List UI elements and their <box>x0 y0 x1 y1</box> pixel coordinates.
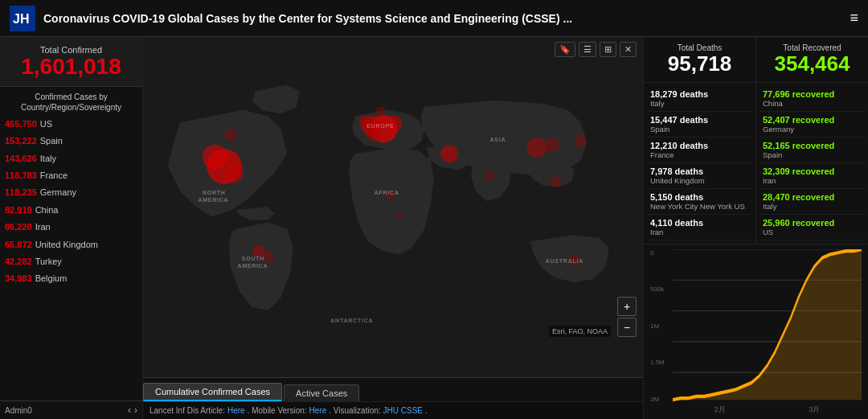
chart-y-label: 2M <box>650 396 665 403</box>
svg-text:ANTARCTICA: ANTARCTICA <box>330 318 373 323</box>
death-count: 15,447 deaths <box>650 115 749 125</box>
svg-point-5 <box>203 145 227 170</box>
country-list-item[interactable]: 34,983Belgium <box>0 270 142 287</box>
svg-point-6 <box>223 162 244 183</box>
map-toolbar: 🔖 ☰ ⊞ ✕ <box>555 42 637 57</box>
svg-point-18 <box>395 212 403 220</box>
chart-x-label: 2月 <box>714 405 726 415</box>
recovered-number: 354,464 <box>764 52 860 76</box>
footer-text1: Lancet Inf Dis Article: <box>149 406 225 415</box>
death-location: United Kingdom <box>650 176 749 185</box>
death-stat-item: 7,978 deathsUnited Kingdom <box>647 163 752 189</box>
recovered-stat-item: 25,960 recoveredUS <box>760 215 865 240</box>
app-header: JH Coronavirus COVID-19 Global Cases by … <box>0 0 868 37</box>
nav-right-icon[interactable]: › <box>134 405 137 416</box>
recovered-count: 77,696 recovered <box>763 89 862 99</box>
country-list-item[interactable]: 42,282Turkey <box>0 253 142 270</box>
mobile-link[interactable]: Here <box>309 406 327 415</box>
footer-links: Lancet Inf Dis Article: Here . Mobile Ve… <box>143 401 643 419</box>
country-count: 143,626 <box>5 153 37 165</box>
deaths-panel: Total Deaths 95,718 <box>644 37 756 83</box>
close-btn[interactable]: ✕ <box>620 42 637 57</box>
country-count: 465,750 <box>5 118 37 130</box>
recovered-stat-item: 28,470 recoveredItaly <box>760 189 865 215</box>
country-count: 66,220 <box>5 221 32 233</box>
tab-active[interactable]: Active Cases <box>284 384 359 401</box>
svg-point-20 <box>550 176 561 187</box>
death-location: France <box>650 150 749 159</box>
tab-cumulative[interactable]: Cumulative Confirmed Cases <box>143 383 282 401</box>
list-btn[interactable]: ☰ <box>579 42 596 57</box>
svg-text:AFRICA: AFRICA <box>375 190 399 195</box>
recovered-count: 52,165 recovered <box>763 141 862 150</box>
nav-left-icon[interactable]: ‹ <box>128 405 131 416</box>
country-name: Iran <box>35 221 51 233</box>
total-confirmed-panel: Total Confirmed 1,601,018 <box>0 37 142 87</box>
recovered-location: Spain <box>763 150 862 159</box>
chart-y-label: 0 <box>650 249 665 257</box>
death-location: Iran <box>650 228 749 236</box>
chart-x-label: 3月 <box>809 405 820 415</box>
svg-point-23 <box>224 129 237 142</box>
recovered-stat-item: 77,696 recoveredChina <box>760 86 865 112</box>
country-list-item[interactable]: 66,220Iran <box>0 219 142 236</box>
jhu-logo: JH <box>10 6 35 31</box>
svg-text:SOUTH: SOUTH <box>242 256 264 261</box>
country-list-item[interactable]: 65,872United Kingdom <box>0 236 142 253</box>
zoom-in-btn[interactable]: + <box>617 297 637 316</box>
country-count: 82,919 <box>5 204 32 216</box>
stats-columns: 18,279 deathsItaly15,447 deathsSpain12,2… <box>644 83 868 244</box>
map-tabs: Cumulative Confirmed Cases Active Cases <box>143 377 643 401</box>
svg-text:EUROPE: EUROPE <box>366 123 394 129</box>
country-name: Italy <box>40 153 56 165</box>
recovered-stat-item: 52,407 recoveredGermany <box>760 112 865 138</box>
death-stat-item: 15,447 deathsSpain <box>647 112 752 138</box>
country-name: France <box>40 170 68 182</box>
recovered-location: China <box>763 99 862 108</box>
menu-icon[interactable]: ≡ <box>850 10 858 27</box>
country-list-item[interactable]: 465,750US <box>0 116 142 133</box>
country-name: Germany <box>40 187 76 199</box>
country-name: United Kingdom <box>35 239 98 251</box>
country-count: 153,222 <box>5 135 37 147</box>
chart-y-label: 1.5M <box>650 359 665 366</box>
sidebar-nav[interactable]: ‹ › <box>128 405 137 416</box>
bookmark-btn[interactable]: 🔖 <box>555 42 575 57</box>
chart-svg <box>673 249 862 403</box>
article-link[interactable]: Here <box>227 406 245 415</box>
right-panel: Total Deaths 95,718 Total Recovered 354,… <box>643 37 868 419</box>
country-list-item[interactable]: 118,235Germany <box>0 184 142 201</box>
map-container[interactable]: 🔖 ☰ ⊞ ✕ <box>143 37 643 377</box>
country-count: 34,983 <box>5 273 32 285</box>
death-count: 12,210 deaths <box>650 141 749 150</box>
page-title: Coronavirus COVID-19 Global Cases by the… <box>43 12 850 25</box>
chart-y-label: 1M <box>650 322 665 330</box>
jhu-link[interactable]: JHU CSSE <box>383 406 423 415</box>
svg-marker-39 <box>673 249 862 400</box>
country-list-item[interactable]: 143,626Italy <box>0 150 142 167</box>
total-confirmed-number: 1,601,018 <box>5 55 137 80</box>
svg-point-15 <box>485 170 494 180</box>
death-location: Spain <box>650 125 749 134</box>
recovered-panel: Total Recovered 354,464 <box>756 37 868 83</box>
country-name: US <box>40 118 52 130</box>
country-list-item[interactable]: 153,222Spain <box>0 133 142 150</box>
svg-text:AMERICA: AMERICA <box>198 197 228 203</box>
svg-point-12 <box>440 146 458 163</box>
deaths-list: 18,279 deathsItaly15,447 deathsSpain12,2… <box>644 83 756 244</box>
admin-label: Admin0 <box>5 406 32 415</box>
svg-text:AMERICA: AMERICA <box>237 263 268 269</box>
grid-btn[interactable]: ⊞ <box>600 42 616 57</box>
map-attribution: Esri, FAO, NOAA <box>549 326 611 337</box>
main-content: Total Confirmed 1,601,018 Confirmed Case… <box>0 37 868 419</box>
country-list-item[interactable]: 118,783France <box>0 167 142 184</box>
zoom-out-btn[interactable]: − <box>617 318 637 337</box>
recovered-location: Italy <box>763 202 862 211</box>
recovered-stat-item: 52,165 recoveredSpain <box>760 138 865 163</box>
country-count: 118,783 <box>5 170 37 182</box>
recovered-count: 25,960 recovered <box>763 218 862 228</box>
recovered-count: 28,470 recovered <box>763 192 862 202</box>
country-list-item[interactable]: 82,919China <box>0 202 142 219</box>
death-stat-item: 18,279 deathsItaly <box>647 86 752 112</box>
death-count: 4,110 deaths <box>650 218 749 228</box>
